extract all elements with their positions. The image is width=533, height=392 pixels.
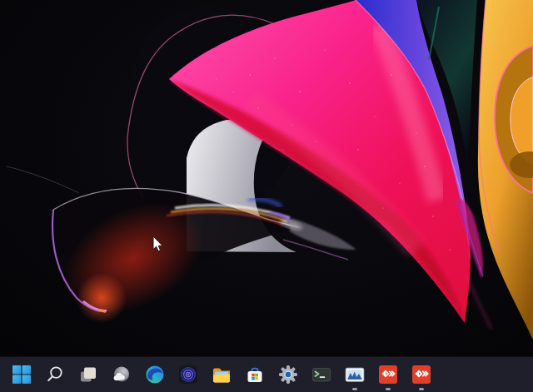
running-indicator — [352, 388, 357, 390]
file-explorer-button[interactable] — [205, 357, 238, 392]
search-button[interactable] — [38, 357, 72, 392]
red-diamond-chevrons-icon — [411, 365, 431, 385]
red-pinned-app-1-button[interactable] — [371, 357, 405, 392]
settings-button[interactable] — [271, 357, 305, 392]
edge-icon — [145, 365, 165, 385]
terminal-icon — [311, 365, 331, 385]
cortana-button[interactable] — [172, 357, 205, 392]
task-view-button[interactable] — [72, 357, 105, 392]
microsoft-store-button[interactable] — [238, 357, 271, 392]
store-bag-icon — [245, 365, 265, 385]
running-indicator — [419, 388, 424, 390]
task-manager-button[interactable] — [338, 357, 371, 392]
edge-button[interactable] — [138, 357, 172, 392]
widgets-button[interactable] — [105, 357, 138, 392]
task-manager-graph-icon — [345, 365, 365, 385]
windows-start-icon — [12, 365, 32, 385]
red-diamond-chevrons-icon — [378, 365, 398, 385]
desktop — [0, 0, 533, 392]
terminal-button[interactable] — [305, 357, 338, 392]
wallpaper-bloom — [0, 0, 533, 392]
red-pinned-app-2-button[interactable] — [405, 357, 438, 392]
gear-icon — [278, 365, 298, 385]
taskbar — [0, 357, 533, 392]
widgets-weather-icon — [112, 365, 132, 385]
running-indicator — [386, 388, 391, 390]
search-icon — [45, 365, 65, 385]
start-button[interactable] — [5, 357, 38, 392]
folder-icon — [212, 365, 232, 385]
concentric-rings-icon — [178, 365, 198, 385]
task-view-icon — [78, 365, 98, 385]
